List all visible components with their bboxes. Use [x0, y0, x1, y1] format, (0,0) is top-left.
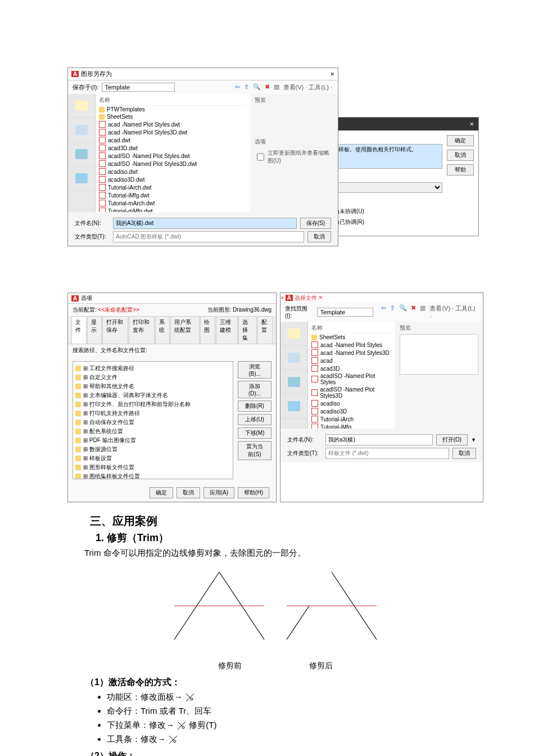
tab-3[interactable]: 打印和发布 [129, 316, 155, 344]
file-row[interactable]: acadiso3D.dwt [99, 176, 247, 183]
tree-item[interactable]: ⊞ 图形样板文件位置 [75, 463, 230, 472]
search-icon[interactable]: 🔍 [398, 304, 408, 320]
browse-button[interactable]: 浏览(B)... [238, 361, 271, 379]
ok-button[interactable]: 确定 [447, 135, 474, 146]
thumb-checkbox[interactable]: 立即更新图纸并查看缩略图(U) [255, 149, 333, 165]
apply-button[interactable]: 应用(A) [203, 487, 234, 498]
cancel-button[interactable]: 取消 [452, 448, 476, 459]
file-row[interactable]: Tutorial-iArch.dwt [99, 183, 247, 191]
file-row[interactable]: Tutorial-iMfg [311, 423, 392, 429]
nav-onedrive[interactable] [280, 394, 307, 418]
tab-0[interactable]: 文件 [71, 316, 87, 344]
file-row[interactable]: acadISO -Named Plot Styles3D [311, 386, 392, 399]
file-row[interactable]: acad [311, 357, 392, 364]
file-row[interactable]: acadISO -Named Plot Styles.dwt [99, 152, 247, 160]
nav-history[interactable] [68, 94, 95, 118]
tree-item[interactable]: ⊞ 帮助和其他文件名 [75, 382, 230, 391]
search-icon[interactable]: 🔍 [252, 83, 262, 92]
filetype-field[interactable]: AutoCAD 图形样板 (*.dwt) [113, 231, 304, 242]
close-icon[interactable]: × [330, 70, 334, 78]
nav-documents[interactable] [68, 118, 95, 142]
tab-5[interactable]: 用户系统配置 [170, 316, 200, 344]
ok-button[interactable]: 确定 [150, 487, 173, 498]
file-row[interactable]: Tutorial-iArch [311, 415, 392, 423]
delete-icon[interactable]: ✖ [264, 83, 271, 92]
file-row[interactable]: SheetSets [99, 113, 247, 120]
views-icon[interactable]: ▥ [419, 304, 427, 320]
remove-button[interactable]: 删除(R) [238, 400, 271, 412]
dwt-icon [99, 121, 106, 128]
file-row[interactable]: acadiso3D [311, 407, 392, 415]
lookin-field[interactable] [317, 308, 373, 317]
file-row[interactable]: Tutorial-mArch.dwt [99, 199, 247, 207]
tree-item[interactable]: ⊞ 工程文件搜索路径 [75, 364, 230, 373]
up-icon[interactable]: ⇧ [243, 83, 250, 92]
file-row[interactable]: acad3D [311, 364, 392, 372]
file-row[interactable]: Tutorial-mMfg.dwt [99, 207, 247, 212]
tab-4[interactable]: 系统 [155, 316, 170, 344]
filename-field[interactable]: 我的A3(横).dwt [113, 218, 297, 229]
file-row[interactable]: acad -Named Plot Styles [311, 341, 392, 349]
toolbar-text[interactable]: 查看(V) · 工具(L) · [428, 304, 478, 320]
tree-item[interactable]: ⊞ 数据源位置 [75, 445, 230, 454]
tab-2[interactable]: 打开和保存 [102, 316, 128, 344]
nav-history[interactable] [280, 322, 307, 346]
filename-field[interactable]: 我的a3(横) [325, 434, 433, 446]
close-icon[interactable]: × [318, 293, 323, 302]
help-button[interactable]: 帮助(H) [238, 487, 269, 498]
file-row[interactable]: acad -Named Plot Styles3D.dwt [99, 128, 247, 136]
tab-8[interactable]: 选择集 [238, 316, 257, 344]
cancel-button[interactable]: 取消 [447, 150, 474, 161]
cancel-button[interactable]: 取消 [177, 487, 200, 498]
up-icon[interactable]: ⇧ [389, 304, 396, 320]
file-row[interactable]: acad -Named Plot Styles.dwt [99, 120, 247, 128]
file-row[interactable]: PTWTemplates [99, 106, 247, 113]
help-button[interactable]: 帮助 [447, 164, 474, 176]
tree-item[interactable]: ⊞ 样板设置 [75, 454, 230, 463]
back-icon[interactable]: ⇦ [234, 83, 241, 92]
file-row[interactable]: acadiso [311, 399, 392, 407]
tree-item[interactable]: ⊞ 打印文件、后台打印程序和前导部分名称 [75, 400, 230, 409]
tree-item[interactable]: ⊞ 自定义文件 [75, 373, 230, 382]
filetype-field[interactable]: 样板文件 (*.dwt) [325, 448, 449, 459]
file-row[interactable]: acad.dwt [99, 136, 247, 144]
back-icon[interactable]: ⇦ [380, 304, 387, 320]
save-in-field[interactable] [102, 83, 175, 92]
tab-9[interactable]: 配置 [257, 316, 273, 344]
file-row[interactable]: acadiso.dwt [99, 168, 247, 176]
setcurrent-button[interactable]: 置为当前(S) [238, 441, 271, 460]
file-row[interactable]: SheetSets [311, 334, 392, 341]
file-row[interactable]: acadISO -Named Plot Styles3D.dwt [99, 160, 247, 168]
nav-documents[interactable] [280, 346, 307, 370]
tree-item[interactable]: ⊞ 文本编辑器、词典和字体文件名 [75, 391, 230, 400]
nav-desktop[interactable] [280, 370, 307, 394]
tree-item[interactable]: ⊞ 自动保存文件位置 [75, 418, 230, 427]
file-row[interactable]: acadISO -Named Plot Styles [311, 372, 392, 386]
down-button[interactable]: 下移(M) [238, 428, 271, 439]
nav-desktop[interactable] [68, 142, 95, 166]
tree-item[interactable]: ⊞ PDF 输出图像位置 [75, 436, 230, 445]
open-button[interactable]: 打开(O) [436, 434, 468, 446]
file-row[interactable]: acad3D.dwt [99, 144, 247, 152]
file-row[interactable]: Tutorial-iMfg.dwt [99, 191, 247, 199]
nav-onedrive[interactable] [68, 166, 95, 191]
tab-1[interactable]: 显示 [87, 316, 102, 344]
close-icon[interactable]: × [280, 295, 284, 301]
up-button[interactable]: 上移(U) [238, 414, 271, 425]
add-button[interactable]: 添加(D)... [238, 381, 271, 398]
tree-item[interactable]: ⊞ 图纸集样板文件位置 [75, 472, 230, 479]
close-icon[interactable]: × [469, 120, 474, 128]
select-filelist[interactable]: 名称 SheetSetsacad -Named Plot Stylesacad … [308, 322, 395, 429]
tree-item[interactable]: ⊞ 打印机支持文件路径 [75, 409, 230, 418]
tab-7[interactable]: 三维建模 [216, 316, 238, 344]
file-row[interactable]: acad -Named Plot Styles3D [311, 349, 392, 357]
saveas-filelist[interactable]: 名称 PTWTemplatesSheetSetsacad -Named Plot… [96, 94, 250, 212]
toolbar-text[interactable]: 查看(V) · 工具(L) · [282, 83, 333, 92]
delete-icon[interactable]: ✖ [410, 304, 417, 320]
cancel-button[interactable]: 取消 [307, 231, 331, 242]
save-button[interactable]: 保存(S) [300, 218, 331, 229]
tab-6[interactable]: 绘图 [200, 316, 215, 344]
views-icon[interactable]: ▥ [273, 83, 280, 92]
tree-item[interactable]: ⊞ 配色系统位置 [75, 427, 230, 436]
options-tree[interactable]: ⊞ 工程文件搜索路径⊞ 自定义文件⊞ 帮助和其他文件名⊞ 文本编辑器、词典和字体… [73, 361, 233, 479]
